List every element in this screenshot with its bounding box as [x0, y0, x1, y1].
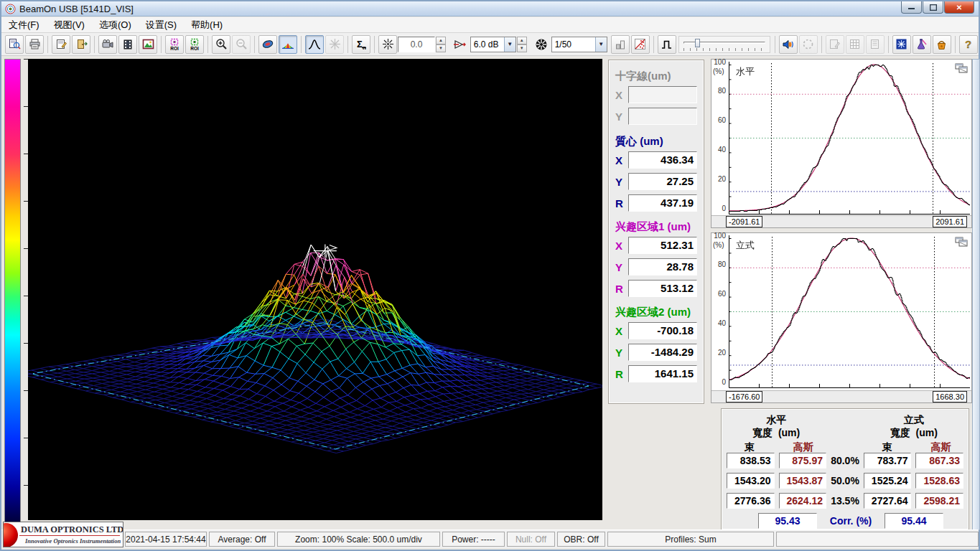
- calibration-flask-button[interactable]: [913, 35, 931, 54]
- centroid-title: 質心 (um): [615, 135, 697, 149]
- vertical-xmin: -1676.60: [726, 391, 762, 402]
- crosshair-title: 十字線(um): [615, 70, 697, 83]
- gain-select[interactable]: 6.0 dB▼: [470, 37, 516, 52]
- print-button[interactable]: [25, 35, 44, 54]
- zoom-in-button[interactable]: [212, 35, 230, 54]
- horizontal-profile-chart: 100 (%) 80 60 40 20 0 水平 -2091.61 2091.6…: [711, 59, 972, 228]
- cascade-windows-icon[interactable]: [955, 237, 968, 247]
- centroid-r-label: R: [615, 197, 628, 209]
- horizontal-profile-canvas[interactable]: [729, 62, 970, 215]
- roi1-title: 兴趣区域1 (um): [615, 220, 697, 234]
- vert-width-title: 立式: [860, 414, 968, 427]
- beam-3d-plot[interactable]: [28, 59, 602, 520]
- fill-bucket-button[interactable]: [933, 35, 951, 54]
- svg-text:?: ?: [965, 38, 971, 50]
- sum-profiles-button[interactable]: Σn: [352, 35, 370, 54]
- pct-80: 80.0%: [831, 455, 859, 466]
- roi2-y-value: -1484.29: [628, 344, 697, 361]
- report-button[interactable]: [52, 35, 70, 54]
- surface-3d-view-button[interactable]: [279, 35, 297, 54]
- ytick-20: 20: [711, 349, 726, 357]
- right-scroll-strip[interactable]: [972, 59, 980, 530]
- offset-spinner[interactable]: ▲▼: [436, 37, 446, 52]
- status-null: Null: Off: [507, 532, 555, 547]
- status-profiles: Profiles: Sum: [607, 532, 774, 547]
- width-row-80: 838.53 875.97 80.0% 783.77 867.33: [727, 453, 963, 468]
- title-bar: BeamOn USB [5141D_VIS] ✕: [1, 1, 979, 17]
- video-camera-button[interactable]: [98, 35, 117, 54]
- vertical-profile-canvas[interactable]: [729, 235, 970, 389]
- menu-file[interactable]: 文件(F): [1, 17, 47, 33]
- width-row-50: 1543.20 1543.87 50.0% 1525.24 1528.63: [727, 473, 963, 489]
- menu-view[interactable]: 视图(V): [47, 17, 92, 33]
- company-tagline: Innovative Optronics Instrumentation: [25, 537, 121, 545]
- marquee-selection-button[interactable]: [799, 35, 818, 54]
- help-button[interactable]: ?: [959, 35, 978, 54]
- v-gauss-80: 867.33: [915, 453, 963, 468]
- crosshair-x-field[interactable]: [628, 86, 697, 103]
- sound-button[interactable]: [779, 35, 798, 54]
- v-beam-50: 1525.24: [864, 473, 912, 489]
- profiles-cross-button[interactable]: [325, 35, 344, 54]
- crosshair-x-label: X: [615, 89, 628, 101]
- minimize-button[interactable]: [901, 1, 922, 14]
- attenuation-button[interactable]: [631, 35, 650, 54]
- crosshair-y-field[interactable]: [628, 108, 697, 125]
- roi-1-magenta-button[interactable]: ROI: [165, 35, 184, 54]
- pct-50: 50.0%: [831, 475, 859, 486]
- centroid-r-value: 437.19: [628, 194, 697, 212]
- ytick-100: 100: [711, 232, 726, 240]
- roi1-r-label: R: [615, 283, 628, 295]
- roi1-y-label: Y: [615, 261, 628, 273]
- ytick-40: 40: [711, 146, 726, 154]
- open-file-button[interactable]: [5, 35, 24, 54]
- exposure-slider[interactable]: [678, 36, 770, 53]
- h-gauss-135: 2624.12: [779, 493, 827, 509]
- status-obr: OBR: Off: [557, 532, 605, 547]
- offset-field[interactable]: 0.0: [398, 37, 435, 52]
- width-row-135: 2776.36 2624.12 13.5% 2727.64 2598.21: [727, 493, 963, 509]
- roi-2-green-button[interactable]: ROI: [185, 35, 204, 54]
- maximize-button[interactable]: [923, 1, 943, 14]
- film-strip-button[interactable]: [118, 35, 137, 54]
- frame-divider-select[interactable]: 1/50▼: [551, 37, 607, 52]
- script-log-button[interactable]: [866, 35, 885, 54]
- cascade-windows-icon[interactable]: [955, 63, 968, 73]
- status-empty: [776, 532, 979, 547]
- menu-settings[interactable]: 设置(S): [139, 17, 184, 33]
- h-beam-80: 838.53: [727, 453, 775, 468]
- corr-label: Corr. (%): [817, 515, 885, 527]
- correlation-row: 95.43 Corr. (%) 95.44: [727, 513, 963, 529]
- zoom-out-button[interactable]: [232, 35, 251, 54]
- menu-bar: 文件(F) 视图(V) 选项(O) 设置(S) 帮助(H): [1, 17, 979, 33]
- pattern-test-button[interactable]: [892, 35, 911, 54]
- horizontal-xmax: 2091.61: [933, 216, 967, 227]
- v-gauss-135: 2598.21: [915, 493, 963, 509]
- horizontal-x-axis-strip: -2091.61 2091.61: [711, 215, 971, 227]
- slider-handle[interactable]: [695, 39, 700, 47]
- roi1-x-value: 512.31: [628, 237, 697, 254]
- intensity-colorbar: [4, 59, 21, 535]
- horizontal-xmin: -2091.61: [726, 216, 762, 227]
- exit-door-button[interactable]: [72, 35, 90, 54]
- pulse-mode-button[interactable]: [658, 35, 676, 54]
- gaussian-fit-button[interactable]: [305, 35, 324, 54]
- ytick-40: 40: [711, 319, 726, 327]
- ytick-20: 20: [711, 175, 726, 183]
- logo-sphere-icon: [3, 523, 18, 547]
- vertical-chart-label: 立式: [736, 239, 755, 252]
- laser-spot-button[interactable]: [378, 35, 397, 54]
- width-label: 寬度: [890, 427, 910, 438]
- status-average: Average: Off: [209, 532, 275, 547]
- report-2-button[interactable]: [826, 35, 844, 54]
- menu-options[interactable]: 选项(O): [92, 17, 139, 33]
- menu-help[interactable]: 帮助(H): [184, 17, 230, 33]
- ytick-80: 80: [711, 87, 726, 95]
- gain-spinner[interactable]: ▲▼: [517, 37, 527, 52]
- close-button[interactable]: ✕: [944, 1, 974, 14]
- image-button[interactable]: [139, 35, 157, 54]
- ellipse-2d-view-button[interactable]: [258, 35, 277, 54]
- histogram-button[interactable]: [611, 35, 630, 54]
- ytick-100: 100: [711, 58, 726, 66]
- grid-button[interactable]: [846, 35, 864, 54]
